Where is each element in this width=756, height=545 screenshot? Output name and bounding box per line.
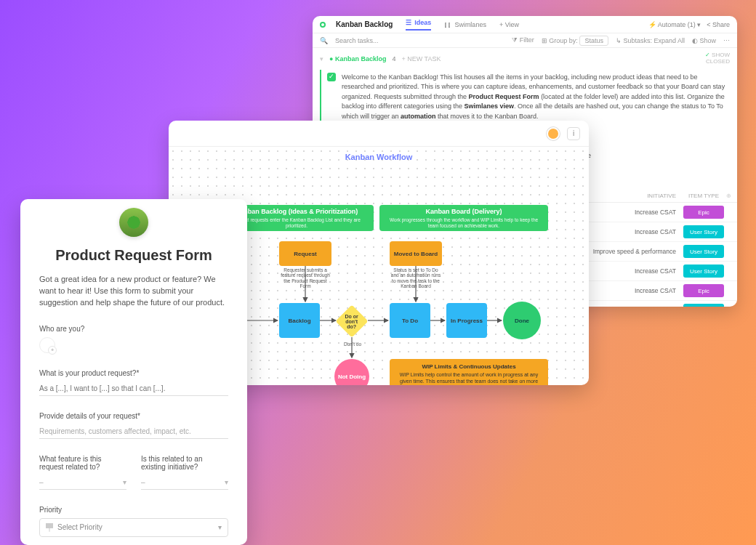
item-type-badge: Epic [683, 284, 724, 297]
item-type-badge: Epic [683, 206, 724, 219]
node-backlog[interactable]: Backlog [279, 303, 320, 338]
node-inprogress[interactable]: In Progress [446, 303, 487, 338]
task-count: 4 [392, 55, 395, 62]
details-input[interactable]: Requirements, customers affected, impact… [39, 424, 228, 439]
subtoolbar: 🔍 Search tasks... ⧩ Filter ⊞ Group by: S… [313, 33, 737, 48]
b: Product Request Form [469, 93, 539, 100]
t: Do or don't do? [343, 314, 361, 329]
more-icon[interactable]: ⋯ [723, 37, 730, 44]
list-header: ▾ ● Kanban Backlog 4 + NEW TASK ✓ SHOWCL… [313, 48, 737, 67]
lane-board: Kanban Board (Delivery) Work progresses … [379, 205, 548, 231]
col-type: ITEM TYPE [683, 193, 724, 199]
txt: Automate [658, 21, 686, 28]
filter-button[interactable]: ⧩ Filter [512, 36, 534, 44]
node-done[interactable]: Done [503, 302, 541, 339]
field-initiative: Is this related to an existing initiativ… [141, 455, 228, 490]
add-column-icon[interactable]: ⊕ [724, 193, 733, 199]
feature-select[interactable]: –▾ [39, 475, 126, 490]
form-title: Product Request Form [39, 247, 228, 264]
tab-swimlanes[interactable]: ⫿⫿ Swimlanes [444, 19, 486, 31]
s: Work progresses through the workflow and… [385, 217, 542, 229]
cap-dontdo: Don't do [340, 342, 365, 347]
request-input[interactable] [39, 382, 228, 396]
field-request: What is your product request?* [39, 369, 228, 396]
node-todo[interactable]: To Do [390, 303, 430, 338]
check-icon [327, 73, 336, 81]
label: Provide details of your request* [39, 412, 228, 420]
node-moved[interactable]: Moved to Board [390, 241, 442, 266]
collapse-icon[interactable]: ▾ [320, 55, 323, 62]
initiative-select[interactable]: –▾ [141, 475, 228, 490]
t: Kanban Board (Delivery) [425, 208, 502, 215]
item-type-badge: User Story [683, 265, 724, 278]
txt: Filter [520, 36, 534, 44]
field-feature: What feature is this request related to?… [39, 455, 126, 490]
form-description: Got a great idea for a new product or fe… [39, 274, 228, 309]
status-label: ● Kanban Backlog [329, 55, 386, 62]
b: Swimlanes view [464, 102, 514, 110]
txt: Subtasks: Expand All [623, 37, 685, 44]
t: WIP Limits & Continuous Updates [397, 363, 541, 371]
item-type-badge: User Story [683, 245, 724, 258]
b: CLOSED [706, 58, 730, 65]
label: Who are you? [39, 325, 228, 333]
groupby-button[interactable]: ⊞ Group by: Status [542, 37, 608, 44]
view-tabs: ☰ Ideas ⫿⫿ Swimlanes + View [406, 19, 519, 31]
share-button[interactable]: < Share [707, 21, 730, 28]
b: automation [401, 113, 436, 120]
node-decision[interactable]: Do or don't do? [335, 304, 368, 337]
tab-label: Ideas [414, 19, 431, 26]
tab-add-view[interactable]: + View [499, 19, 519, 31]
automate-button[interactable]: ⚡ Automate (1) ▾ [648, 21, 701, 28]
avatar [547, 127, 560, 140]
priority-select[interactable]: Select Priority ▾ [39, 518, 228, 537]
t: Kanban Backlog (Ideas & Prioritization) [236, 208, 358, 215]
info-icon[interactable]: i [567, 127, 580, 140]
txt: Share [712, 21, 730, 28]
field-who: Who are you? [39, 325, 228, 353]
new-task-button[interactable]: + NEW TASK [401, 55, 441, 62]
label: What feature is this request related to? [39, 455, 126, 471]
person-picker[interactable] [39, 337, 55, 353]
item-type-badge: User Story [683, 225, 724, 238]
txt: Show [699, 37, 716, 44]
node-request[interactable]: Request [279, 241, 331, 266]
search-icon[interactable]: 🔍 [320, 37, 328, 44]
node-notdoing[interactable]: Not Doing [334, 359, 369, 385]
subtasks-button[interactable]: ↳ Subtasks: Expand All [616, 37, 685, 44]
item-type-badge: User Story [683, 304, 724, 307]
show-button[interactable]: ◐ Show [692, 37, 716, 44]
label: What is your product request?* [39, 369, 228, 377]
show-closed-button[interactable]: ✓ SHOWCLOSED [705, 52, 730, 65]
field-priority: Priority Select Priority ▾ [39, 506, 228, 537]
whiteboard-toolbar: i [169, 121, 589, 147]
list-title: Kanban Backlog [336, 20, 393, 28]
label: Is this related to an existing initiativ… [141, 455, 228, 471]
tab-label: Swimlanes [454, 21, 486, 28]
workflow-title: Kanban Workflow [169, 153, 589, 161]
val: Status [579, 36, 608, 46]
v: – [39, 478, 44, 486]
tab-ideas[interactable]: ☰ Ideas [406, 19, 431, 31]
product-request-form: Product Request Form Got a great idea fo… [20, 199, 247, 545]
label: Priority [39, 506, 228, 514]
t: that moves it to the Kanban Board. [436, 113, 539, 120]
field-details: Provide details of your request* Require… [39, 412, 228, 439]
toolbar-actions: ⚡ Automate (1) ▾ < Share [648, 21, 730, 28]
a: SHOW [712, 52, 730, 58]
txt: Group by: [549, 37, 578, 44]
chevron-down-icon: ▾ [123, 478, 126, 486]
search-placeholder[interactable]: Search tasks... [335, 37, 504, 44]
count: (1) [688, 21, 696, 28]
s: WIP Limits help control the amount of wo… [400, 372, 539, 385]
field-row: What feature is this request related to?… [39, 455, 228, 506]
list-icon [320, 22, 326, 28]
cap-request: Requester submits a feature request thro… [279, 267, 331, 289]
form-avatar [119, 208, 148, 237]
toolbar: Kanban Backlog ☰ Ideas ⫿⫿ Swimlanes + Vi… [313, 16, 737, 33]
placeholder: Select Priority [57, 523, 102, 531]
wip-caption: WIP Limits & Continuous Updates WIP Limi… [390, 359, 548, 385]
cap-moved: Status is set to To Do and an automation… [390, 267, 442, 289]
chevron-down-icon: ▾ [218, 523, 222, 531]
v: – [141, 478, 145, 486]
